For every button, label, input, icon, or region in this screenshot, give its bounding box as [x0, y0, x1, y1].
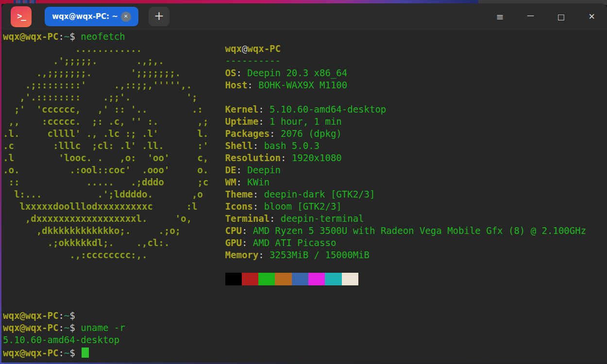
menu-button[interactable]: ≡ — [485, 3, 515, 30]
palette-swatch-2 — [258, 273, 275, 285]
tab-title: wqx@wqx-PC: ~ — [52, 12, 118, 21]
maximize-button[interactable]: □ — [546, 3, 576, 30]
terminal-line: .,:cccccccc:,. Memory: 3253MiB / 15000Mi… — [3, 249, 607, 261]
terminal-line: wqx@wqx-PC:~$ — [3, 346, 607, 358]
terminal-line: .;::::::::' .,::;;,''''',. Host: BOHK-WA… — [3, 79, 607, 91]
terminal-line: .';;;;;. .,;,. ---------- — [3, 55, 607, 67]
terminal-line: lxxxxxdoolllodxxxxxxxxxc :l Icons: bloom… — [3, 200, 607, 213]
palette-swatch-0 — [225, 273, 242, 285]
hamburger-icon: ≡ — [496, 12, 504, 21]
minimize-icon: — — [527, 12, 534, 19]
terminal-line: l:... .';lddddo. ,o Theme: deepin-dark [… — [3, 188, 607, 200]
palette-swatch-1 — [242, 273, 258, 285]
close-icon: ✕ — [588, 13, 595, 21]
terminal-line: .,;;;;;;;. ';;;;;;;. OS: Deepin 20.3 x86… — [3, 67, 607, 79]
maximize-icon: □ — [557, 13, 565, 21]
terminal-line: ;' 'cccccc, ,' :: '.. .: Kernel: 5.10.60… — [3, 103, 607, 116]
palette-swatch-4 — [292, 273, 308, 285]
plus-icon: + — [154, 9, 164, 23]
terminal-line: wqx@wqx-PC:~$ uname -r — [3, 322, 607, 334]
terminal-line: ............ wqx@wqx-PC — [3, 43, 607, 55]
terminal-line — [3, 273, 607, 285]
palette-swatch-3 — [275, 273, 291, 285]
terminal-line — [3, 261, 607, 273]
terminal-line: .l 'looc. . ,o: 'oo' c, Resolution: 1920… — [3, 152, 607, 164]
minimize-button[interactable]: — — [515, 3, 546, 30]
screen: >_ wqx@wqx-PC: ~ ✕ + ≡ — □ — [0, 0, 607, 364]
terminal-line: .l. cllll' ., .lc :; .l' l. Packages: 20… — [3, 128, 607, 140]
text-cursor — [82, 347, 89, 358]
terminal-line — [3, 285, 607, 298]
tab-close-button[interactable]: ✕ — [121, 12, 131, 22]
background-window-text-fragment — [14, 0, 36, 3]
new-tab-button[interactable]: + — [149, 7, 169, 26]
close-icon: ✕ — [124, 14, 128, 19]
terminal-screen[interactable]: wqx@wqx-PC:~$ neofetch ............ wqx@… — [1, 30, 607, 363]
terminal-window: >_ wqx@wqx-PC: ~ ✕ + ≡ — □ — [1, 3, 607, 363]
window-controls: ≡ — □ ✕ — [485, 3, 607, 30]
terminal-line: wqx@wqx-PC:~$ — [3, 310, 607, 322]
terminal-line: ,'.:::::::: .;;'. '; — [3, 91, 607, 103]
terminal-line: .c :lllc ;cl: .l' .ll. :' Shell: bash 5.… — [3, 140, 607, 152]
palette-swatch-7 — [342, 273, 358, 285]
palette-swatch-5 — [308, 273, 325, 285]
terminal-line: :: ..... .;dddo ;c WM: KWin — [3, 176, 607, 188]
palette-swatch-6 — [325, 273, 341, 285]
tab-active[interactable]: wqx@wqx-PC: ~ ✕ — [45, 7, 138, 26]
prompt-glyph-icon: >_ — [17, 11, 25, 21]
terminal-line: .o. .:ool::coc' .ooo' o. DE: Deepin — [3, 164, 607, 176]
terminal-app-icon: >_ — [11, 6, 32, 27]
terminal-line: ,, :ccccc. ;: .c, '' :. ,; Uptime: 1 hou… — [3, 116, 607, 128]
titlebar[interactable]: >_ wqx@wqx-PC: ~ ✕ + ≡ — □ — [1, 3, 607, 30]
close-button[interactable]: ✕ — [576, 3, 607, 30]
terminal-line — [3, 298, 607, 310]
terminal-line: 5.10.60-amd64-desktop — [3, 334, 607, 346]
terminal-line: .;okkkkkdl;. .,cl:. GPU: AMD ATI Picasso — [3, 237, 607, 249]
terminal-line: wqx@wqx-PC:~$ neofetch — [3, 31, 607, 43]
terminal-line: ,dxxxxxxxxxxxxxxxxxxl. 'o, Terminal: dee… — [3, 213, 607, 225]
terminal-line: ,dkkkkkkkkkkkko;. .;o; CPU: AMD Ryzen 5 … — [3, 225, 607, 237]
